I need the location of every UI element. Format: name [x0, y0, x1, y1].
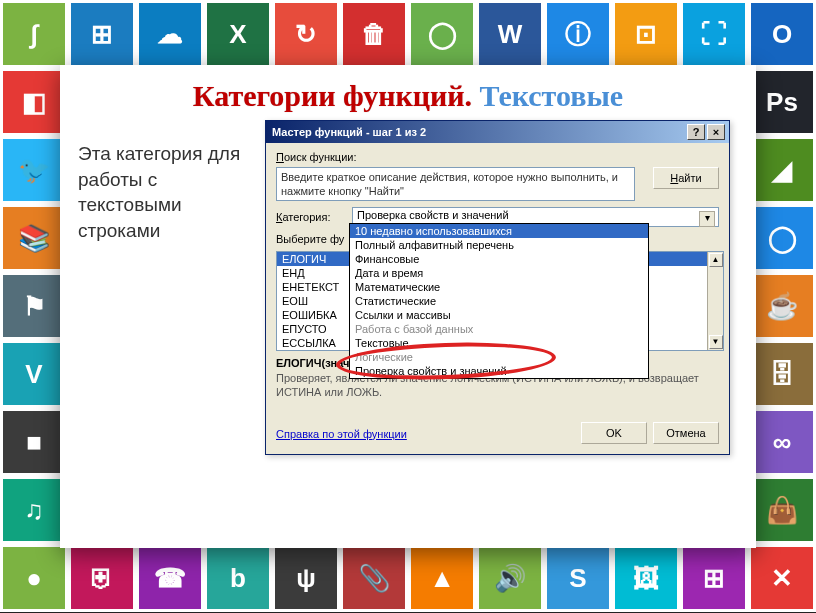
windows-logo-tile: ⊞: [68, 0, 136, 68]
java-tile: ☕: [748, 272, 816, 340]
function-list-label: Выберите фу: [276, 233, 344, 245]
opera-tile: O: [748, 0, 816, 68]
help-link[interactable]: Справка по этой функции: [276, 428, 407, 440]
search-label: Поиск функции:: [276, 151, 719, 163]
scrollbar[interactable]: ▲ ▼: [707, 252, 723, 350]
excel-tile: X: [204, 0, 272, 68]
xbox-tile: ◯: [408, 0, 476, 68]
apple-tile: ■: [0, 408, 68, 476]
trash-tile: 🗑: [340, 0, 408, 68]
share-arrow-tile: ↻: [272, 0, 340, 68]
slide-container: Категории функций. Текстовые Эта категор…: [60, 65, 756, 548]
titlebar-close-button[interactable]: ×: [707, 124, 725, 140]
skype-tile: S: [544, 544, 612, 612]
slide-body-text: Эта категория для работы с текстовыми ст…: [78, 141, 253, 244]
winrar-tile: 📚: [0, 204, 68, 272]
dropdown-option[interactable]: Дата и время: [350, 266, 648, 280]
titlebar-help-button[interactable]: ?: [687, 124, 705, 140]
dropdown-option[interactable]: Проверка свойств и значений: [350, 364, 648, 378]
info-circle-tile: ⓘ: [544, 0, 612, 68]
search-input[interactable]: Введите краткое описание действия, котор…: [276, 167, 635, 201]
phone-tile: ☎: [136, 544, 204, 612]
scroll-up-icon[interactable]: ▲: [709, 253, 723, 267]
dropdown-option[interactable]: Финансовые: [350, 252, 648, 266]
dropdown-option[interactable]: Логические: [350, 350, 648, 364]
bag-tile: 👜: [748, 476, 816, 544]
flag-tile: ⚑: [0, 272, 68, 340]
music-note-tile: ♫: [0, 476, 68, 544]
google-drive-tile: ▲: [408, 544, 476, 612]
category-label: Категория:: [276, 211, 346, 223]
dashboard-tile: ⊡: [612, 0, 680, 68]
dropdown-option[interactable]: Ссылки и массивы: [350, 308, 648, 322]
archive-tile: 🗄: [748, 340, 816, 408]
cloud-tile: ☁: [136, 0, 204, 68]
function-wizard-dialog: Мастер функций - шаг 1 из 2 ? × Поиск фу…: [265, 120, 730, 455]
shop-tile: ⛶: [680, 0, 748, 68]
dropdown-option[interactable]: 10 недавно использовавшихся: [350, 224, 648, 238]
scroll-down-icon[interactable]: ▼: [709, 335, 723, 349]
swirl-tile: ∫: [0, 0, 68, 68]
photoshop-tile: Ps: [748, 68, 816, 136]
ok-button[interactable]: OK: [581, 422, 647, 444]
deviantart-tile: ◢: [748, 136, 816, 204]
windows-store-tile: ⊞: [680, 544, 748, 612]
office-tile: ◧: [0, 68, 68, 136]
dropdown-option[interactable]: Работа с базой данных: [350, 322, 648, 336]
spotify-tile: ●: [0, 544, 68, 612]
cancel-button[interactable]: Отмена: [653, 422, 719, 444]
usb-tile: ψ: [272, 544, 340, 612]
dropdown-option[interactable]: Математические: [350, 280, 648, 294]
bing-tile: b: [204, 544, 272, 612]
find-button[interactable]: Найти: [653, 167, 719, 189]
title-red-part: Категории функций.: [193, 79, 472, 112]
vimeo-tile: V: [0, 340, 68, 408]
dropdown-option[interactable]: Текстовые: [350, 336, 648, 350]
slide-title: Категории функций. Текстовые: [60, 79, 756, 113]
shield-tile: ⛨: [68, 544, 136, 612]
picture-tile: 🖼: [612, 544, 680, 612]
dropdown-option[interactable]: Полный алфавитный перечень: [350, 238, 648, 252]
word-tile: W: [476, 0, 544, 68]
close-x-tile: ✕: [748, 544, 816, 612]
dropdown-option[interactable]: Статистические: [350, 294, 648, 308]
category-dropdown-list[interactable]: 10 недавно использовавшихсяПолный алфави…: [349, 223, 649, 379]
paperclip-tile: 📎: [340, 544, 408, 612]
title-blue-part: Текстовые: [472, 79, 623, 112]
visual-studio-tile: ∞: [748, 408, 816, 476]
circle-o-tile: ◯: [748, 204, 816, 272]
twitter-tile: 🐦: [0, 136, 68, 204]
audio-tile: 🔊: [476, 544, 544, 612]
dialog-title: Мастер функций - шаг 1 из 2: [272, 121, 426, 143]
dialog-titlebar[interactable]: Мастер функций - шаг 1 из 2 ? ×: [266, 121, 729, 143]
